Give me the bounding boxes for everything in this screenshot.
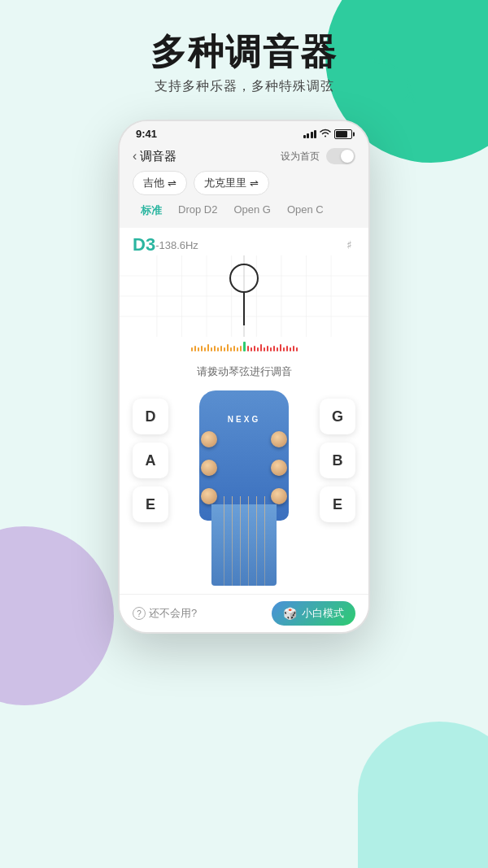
page-title: 调音器	[140, 149, 176, 164]
string-btn-A[interactable]: A	[133, 443, 168, 478]
toggle-knob	[341, 150, 354, 163]
tick	[257, 347, 259, 351]
cube-icon: 🎲	[283, 607, 297, 620]
instrument-tabs: 吉他 ⇌ 尤克里里 ⇌	[120, 171, 368, 200]
guitar-button[interactable]: 吉他 ⇌	[133, 171, 187, 195]
peg-l2	[201, 460, 217, 476]
string-1	[224, 496, 224, 586]
tuner-needle-line	[243, 293, 245, 325]
tick	[240, 346, 242, 351]
string-btn-E-high[interactable]: E	[320, 486, 355, 522]
tick-center	[243, 342, 246, 351]
string-buttons-right: G B E	[320, 399, 355, 522]
string-4	[248, 496, 249, 586]
signal-icon	[303, 130, 317, 138]
tick	[277, 347, 278, 351]
header-section: 多种调音器 支持多种乐器，多种特殊调弦	[0, 0, 488, 111]
guitar-headstock: NEXG	[183, 390, 305, 586]
ukulele-label: 尤克里里	[204, 176, 246, 190]
string-btn-E-low[interactable]: E	[133, 486, 168, 522]
peg-r2	[271, 460, 287, 476]
tick	[194, 346, 196, 351]
tuning-mode-dropd2[interactable]: Drop D2	[170, 200, 225, 221]
app-header: ‹ 调音器 设为首页	[120, 143, 368, 171]
tick	[293, 346, 294, 351]
tick	[217, 347, 219, 351]
help-button[interactable]: ? 还不会用?	[133, 606, 197, 621]
battery-icon	[334, 129, 352, 139]
note-info-row: D3 -138.6Hz ♯	[133, 234, 355, 255]
string-5	[256, 496, 257, 586]
guitar-strings	[220, 496, 268, 586]
header-right: 设为首页	[281, 148, 355, 164]
tick	[264, 347, 265, 351]
tick	[237, 347, 238, 351]
set-home-label: 设为首页	[281, 150, 320, 164]
peg-l3	[201, 488, 217, 504]
wifi-icon	[320, 129, 331, 139]
status-icons	[303, 129, 353, 139]
tick	[191, 347, 193, 351]
string-btn-B[interactable]: B	[320, 443, 355, 478]
peg-l1	[201, 431, 217, 447]
tick	[227, 344, 229, 351]
arrow-decoration	[358, 49, 423, 117]
tick	[260, 344, 262, 351]
tuning-mode-standard[interactable]: 标准	[133, 200, 170, 221]
tick	[211, 347, 212, 351]
bottom-bar: ? 还不会用? 🎲 小白模式	[120, 594, 368, 632]
string-6	[264, 496, 265, 586]
phone-mockup: 9:41	[118, 120, 370, 634]
tick	[254, 346, 255, 351]
tick	[270, 347, 272, 351]
string-2	[232, 496, 233, 586]
guitar-brand: NEXG	[228, 415, 260, 424]
bg-blob-teal	[358, 722, 488, 868]
peg-r3	[271, 488, 287, 504]
scale-ticks	[120, 342, 368, 351]
status-bar: 9:41	[120, 121, 368, 143]
beginner-label: 小白模式	[302, 606, 344, 621]
phone-wrapper: 9:41	[0, 120, 488, 634]
help-label: 还不会用?	[149, 606, 197, 621]
tuner-graph	[120, 255, 368, 337]
tuning-mode-openc[interactable]: Open C	[279, 200, 332, 221]
ukulele-button[interactable]: 尤克里里 ⇌	[194, 171, 269, 195]
string-3	[240, 496, 241, 586]
tick	[233, 346, 235, 351]
tuning-modes: 标准 Drop D2 Open G Open C	[120, 200, 368, 228]
tuner-needle	[229, 264, 259, 325]
freq-scale	[120, 337, 368, 358]
tick	[273, 346, 275, 351]
tick	[280, 344, 281, 351]
back-button[interactable]: ‹ 调音器	[133, 149, 176, 164]
tick	[214, 346, 216, 351]
tick	[283, 347, 285, 351]
tuner-circle	[229, 264, 259, 293]
note-name: D3	[133, 234, 155, 255]
tick	[230, 347, 232, 351]
beginner-mode-button[interactable]: 🎲 小白模式	[272, 601, 355, 626]
tick	[251, 347, 252, 351]
status-time: 9:41	[136, 128, 157, 140]
set-home-toggle[interactable]	[326, 148, 355, 164]
peg-r1	[271, 431, 287, 447]
back-arrow-icon: ‹	[133, 149, 137, 164]
tick	[198, 347, 199, 351]
tick	[201, 346, 203, 351]
tick	[207, 344, 209, 351]
note-freq: -138.6Hz	[155, 239, 198, 251]
switch-icon2: ⇌	[250, 177, 259, 190]
tick	[204, 347, 206, 351]
prompt-text: 请拨动琴弦进行调音	[120, 358, 368, 382]
guitar-neck	[211, 504, 277, 586]
tick	[224, 347, 225, 351]
tick	[267, 346, 268, 351]
string-btn-D[interactable]: D	[133, 399, 168, 434]
tick	[247, 346, 249, 351]
tick	[220, 346, 222, 351]
tuning-mode-openg[interactable]: Open G	[225, 200, 279, 221]
string-btn-G[interactable]: G	[320, 399, 355, 434]
switch-icon: ⇌	[168, 177, 176, 190]
guitar-label: 吉他	[143, 176, 164, 190]
